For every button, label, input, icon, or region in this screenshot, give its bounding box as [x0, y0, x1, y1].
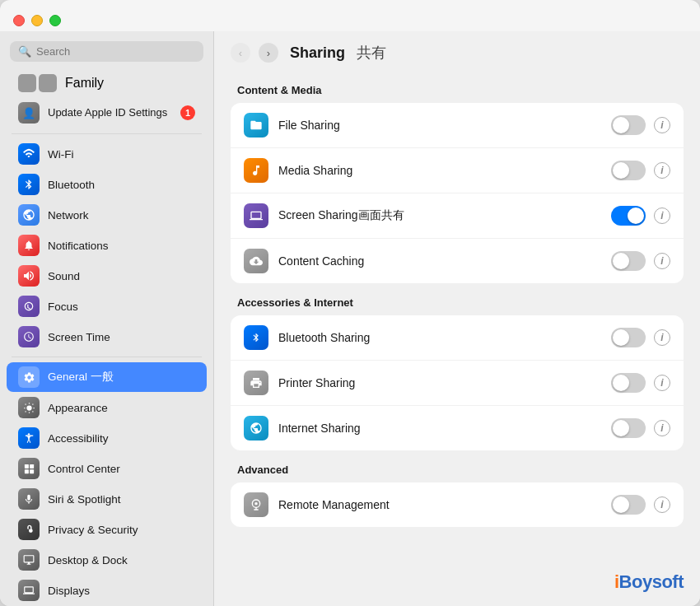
svg-rect-2 — [24, 464, 28, 468]
search-input[interactable] — [36, 45, 195, 58]
nav-back-button[interactable]: ‹ — [231, 43, 250, 63]
file-sharing-info[interactable]: i — [654, 117, 670, 133]
update-apple-id-section[interactable]: 👤 Update Apple ID Settings 1 — [7, 97, 207, 128]
internet-sharing-actions: i — [611, 418, 670, 438]
remote-management-label: Remote Management — [278, 498, 601, 511]
sidebar-item-sound[interactable]: Sound — [7, 261, 207, 291]
watermark: iBoysoft — [614, 571, 684, 593]
settings-group-accessories: Bluetooth Sharing i Printer Sharing — [231, 315, 684, 450]
content-caching-actions: i — [611, 251, 670, 271]
notifications-icon — [18, 235, 40, 256]
screentime-label: Screen Time — [48, 331, 110, 343]
media-sharing-label: Media Sharing — [278, 164, 601, 177]
setting-row-content-caching[interactable]: Content Caching i — [231, 239, 684, 283]
sidebar-item-siri[interactable]: Siri & Spotlight — [7, 484, 207, 514]
accessibility-icon — [18, 427, 40, 449]
setting-row-screen-sharing[interactable]: Screen Sharing画面共有 i — [231, 193, 684, 239]
media-sharing-toggle[interactable] — [611, 161, 646, 180]
content-caching-toggle[interactable] — [611, 251, 646, 271]
sidebar-item-general[interactable]: General 一般 — [7, 362, 207, 392]
setting-row-remote-management[interactable]: Remote Management i — [231, 482, 684, 527]
focus-label: Focus — [48, 301, 78, 313]
desktop-label: Desktop & Dock — [48, 554, 128, 566]
setting-row-printer-sharing[interactable]: Printer Sharing i — [231, 361, 684, 406]
family-icon-2 — [39, 74, 57, 92]
internet-sharing-toggle[interactable] — [611, 418, 646, 438]
sidebar-item-family[interactable]: Family — [7, 70, 207, 96]
wifi-label: Wi-Fi — [48, 148, 73, 161]
svg-point-0 — [26, 405, 31, 410]
sidebar-divider-2 — [12, 357, 202, 357]
media-sharing-info[interactable]: i — [654, 162, 670, 179]
sound-label: Sound — [48, 270, 80, 282]
privacy-label: Privacy & Security — [48, 524, 138, 536]
sidebar-item-privacy[interactable]: Privacy & Security — [7, 515, 207, 544]
nav-bar: ‹ › Sharing 共有 — [214, 31, 700, 71]
network-icon — [18, 204, 40, 226]
sidebar-item-notifications[interactable]: Notifications — [7, 231, 207, 260]
network-label: Network — [48, 209, 89, 221]
section-header-accessories: Accessories & Internet — [237, 296, 684, 309]
setting-row-file-sharing[interactable]: File Sharing i — [231, 103, 684, 148]
traffic-lights — [13, 15, 61, 26]
sidebar-item-screentime[interactable]: Screen Time — [7, 322, 207, 352]
printer-sharing-info[interactable]: i — [654, 375, 670, 391]
sidebar: 🔍 Family 👤 Update Apple ID Settings 1 — [0, 31, 214, 606]
content-caching-info[interactable]: i — [654, 253, 670, 269]
appearance-label: Appearance — [48, 402, 108, 414]
media-sharing-actions: i — [611, 161, 670, 180]
accessibility-label: Accessibility — [48, 432, 109, 445]
screen-sharing-label: Screen Sharing画面共有 — [278, 208, 601, 223]
sound-icon — [18, 265, 40, 287]
internet-sharing-label: Internet Sharing — [278, 422, 601, 435]
remote-management-toggle[interactable] — [611, 495, 646, 515]
screen-sharing-toggle[interactable] — [611, 206, 646, 226]
bluetooth-sharing-toggle[interactable] — [611, 328, 646, 347]
bluetooth-sharing-info[interactable]: i — [654, 329, 670, 346]
file-sharing-actions: i — [611, 115, 670, 135]
setting-row-internet-sharing[interactable]: Internet Sharing i — [231, 406, 684, 450]
file-sharing-toggle[interactable] — [611, 115, 646, 135]
sidebar-item-displays[interactable]: Displays — [7, 576, 207, 605]
search-icon: 🔍 — [18, 45, 31, 58]
apple-id-icon: 👤 — [18, 102, 40, 124]
remote-management-info[interactable]: i — [654, 496, 670, 513]
printer-sharing-actions: i — [611, 373, 670, 393]
family-icons — [18, 74, 57, 92]
sidebar-item-wifi[interactable]: Wi-Fi — [7, 139, 207, 169]
setting-row-bluetooth-sharing[interactable]: Bluetooth Sharing i — [231, 315, 684, 361]
remote-management-icon — [244, 492, 268, 517]
setting-row-media-sharing[interactable]: Media Sharing i — [231, 148, 684, 193]
focus-icon — [18, 296, 40, 317]
sidebar-item-network[interactable]: Network — [7, 200, 207, 230]
internet-sharing-info[interactable]: i — [654, 420, 670, 436]
search-box[interactable]: 🔍 — [10, 41, 203, 62]
remote-management-actions: i — [611, 495, 670, 515]
displays-label: Displays — [48, 585, 90, 597]
nav-forward-button[interactable]: › — [259, 43, 278, 63]
screen-sharing-actions: i — [611, 206, 670, 226]
maximize-button[interactable] — [49, 15, 61, 26]
file-sharing-icon — [244, 113, 268, 138]
sidebar-item-controlcenter[interactable]: Control Center — [7, 454, 207, 483]
sidebar-item-bluetooth[interactable]: Bluetooth — [7, 170, 207, 199]
sidebar-item-accessibility[interactable]: Accessibility — [7, 423, 207, 453]
controlcenter-label: Control Center — [48, 463, 120, 475]
system-preferences-window: 🔍 Family 👤 Update Apple ID Settings 1 — [0, 0, 700, 606]
sidebar-item-focus[interactable]: Focus — [7, 291, 207, 321]
section-header-content-media: Content & Media — [237, 84, 684, 96]
screen-sharing-info[interactable]: i — [654, 207, 670, 224]
sidebar-item-desktop[interactable]: Desktop & Dock — [7, 545, 207, 575]
printer-sharing-label: Printer Sharing — [278, 376, 601, 389]
svg-point-1 — [28, 433, 30, 435]
screen-sharing-icon — [244, 203, 268, 228]
screentime-icon — [18, 326, 40, 347]
close-button[interactable] — [13, 15, 25, 26]
wifi-icon — [18, 143, 40, 165]
minimize-button[interactable] — [31, 15, 43, 26]
printer-sharing-toggle[interactable] — [611, 373, 646, 393]
settings-group-advanced: Remote Management i — [231, 482, 684, 527]
section-header-advanced: Advanced — [237, 464, 684, 476]
sidebar-item-appearance[interactable]: Appearance — [7, 393, 207, 422]
file-sharing-label: File Sharing — [278, 119, 601, 132]
